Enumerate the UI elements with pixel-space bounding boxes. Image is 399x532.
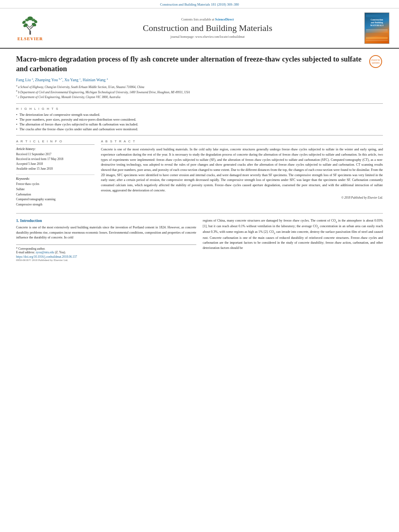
cover-image: Construction and Building MATERIALS (364, 12, 389, 44)
contents-label: Contents lists available at (181, 18, 214, 21)
introduction-two-col: 1. Introduction Concrete is one of the m… (16, 218, 383, 262)
history-title: Article history: (16, 147, 95, 151)
bullet-icon: • (16, 117, 17, 121)
doi-line[interactable]: https://doi.org/10.1016/j.conbuildmat.20… (16, 255, 196, 259)
authors-line: Fang Liu a, Zhanping You b,*, Xu Yang c,… (16, 77, 383, 82)
highlight-item-3: • The alternation of freeze–thaw cycles … (16, 122, 383, 126)
article-info-column: A R T I C L E I N F O Article history: R… (16, 140, 95, 207)
intro-right-col: regions of China, many concrete structur… (203, 218, 383, 262)
keyword-1: Freeze-thaw cycles (16, 182, 95, 187)
intro-left-col: 1. Introduction Concrete is one of the m… (16, 218, 196, 262)
svg-rect-0 (29, 31, 31, 35)
svg-point-11 (31, 18, 35, 21)
received-date: Received 11 September 2017 (16, 152, 95, 157)
paper-title-section: Macro-micro degradation process of fly a… (16, 54, 383, 74)
introduction-heading: 1. Introduction (16, 218, 196, 223)
affiliation-b: b b Department of Civil and Environmenta… (16, 89, 383, 94)
abstract-text: Concrete is one of the most extensively … (101, 147, 383, 193)
journal-homepage: journal homepage: www.elsevier.com/locat… (52, 35, 363, 39)
highlight-item-2: • The pore numbers, pore sizes, porosity… (16, 117, 383, 121)
intro-left-text: Concrete is one of the most extensively … (16, 225, 196, 240)
cover-title: Construction and Building MATERIALS (370, 18, 384, 27)
bullet-icon: • (16, 122, 17, 126)
highlights-section: H I G H L I G H T S • The deterioration … (16, 103, 383, 136)
journal-title: Construction and Building Materials (52, 23, 363, 33)
footnote-area: * Corresponding author. E-mail address: … (16, 244, 196, 262)
keyword-3: Carbonation (16, 192, 95, 197)
email-line: E-mail address: zyou@mtu.edu (Z. You). (16, 251, 196, 254)
journal-cover: Construction and Building MATERIALS (363, 12, 391, 44)
bullet-icon: • (16, 113, 17, 117)
elsevier-logo: ELSEVIER (8, 15, 52, 41)
email-suffix: (Z. You). (55, 251, 66, 254)
copyright-line: © 2018 Published by Elsevier Ltd. (101, 196, 383, 199)
highlights-label: H I G H L I G H T S (16, 107, 383, 111)
abstract-label: A B S T R A C T (101, 140, 383, 145)
abstract-column: A B S T R A C T Concrete is one of the m… (101, 140, 383, 207)
check-badge-text: check for updates (370, 59, 381, 64)
affiliation-a: a a School of Highway, Chang'an Universi… (16, 84, 383, 89)
citation-text: Construction and Building Materials 181 … (160, 2, 239, 6)
elsevier-text: ELSEVIER (17, 36, 43, 41)
journal-header: ELSEVIER Contents lists available at Sci… (0, 8, 399, 49)
sciencedirect-line: Contents lists available at ScienceDirec… (52, 18, 363, 21)
highlight-item-1: • The deterioration law of compressive s… (16, 113, 383, 117)
accepted-date: Accepted 5 June 2018 (16, 162, 95, 166)
online-date: Available online 15 June 2018 (16, 166, 95, 171)
check-badge-inner: check for updates (369, 55, 382, 68)
affiliation-c: c c Department of Civil Engineering, Mon… (16, 94, 383, 99)
bullet-icon: • (16, 127, 17, 131)
email-link[interactable]: zyou@mtu.edu (36, 251, 54, 254)
corresponding-author-note: * Corresponding author. (16, 247, 196, 251)
keywords-title: Keywords: (16, 177, 95, 181)
affiliations: a a School of Highway, Chang'an Universi… (16, 84, 383, 99)
main-content: Macro-micro degradation process of fly a… (0, 49, 399, 270)
page: Construction and Building Materials 181 … (0, 0, 399, 532)
keyword-2: Sulfate (16, 187, 95, 192)
issn-line: 0950-0618/© 2018 Published by Elsevier L… (16, 259, 196, 262)
revised-date: Received in revised form 17 May 2018 (16, 157, 95, 162)
keyword-4: Computed tomography scanning (16, 197, 95, 202)
email-label: E-mail address: (16, 251, 35, 254)
sciencedirect-link[interactable]: ScienceDirect (215, 18, 234, 21)
journal-center: Contents lists available at ScienceDirec… (52, 18, 363, 39)
corresponding-label: * Corresponding author. (16, 247, 45, 251)
intro-right-text: regions of China, many concrete structur… (203, 218, 383, 251)
article-history: Article history: Received 11 September 2… (16, 147, 95, 171)
check-badge: check for updates (368, 54, 383, 69)
svg-point-10 (25, 18, 29, 21)
paper-title: Macro-micro degradation process of fly a… (16, 54, 368, 74)
article-abstract-section: A R T I C L E I N F O Article history: R… (16, 140, 383, 207)
highlight-item-4: • The cracks after the freeze–thaw cycle… (16, 127, 383, 131)
keyword-5: Compressive strength (16, 202, 95, 207)
article-info-label: A R T I C L E I N F O (16, 140, 95, 145)
elsevier-tree-icon (18, 15, 42, 35)
introduction-section: 1. Introduction Concrete is one of the m… (16, 213, 383, 262)
keywords-section: Keywords: Freeze-thaw cycles Sulfate Car… (16, 175, 95, 207)
top-citation: Construction and Building Materials 181 … (0, 0, 399, 8)
